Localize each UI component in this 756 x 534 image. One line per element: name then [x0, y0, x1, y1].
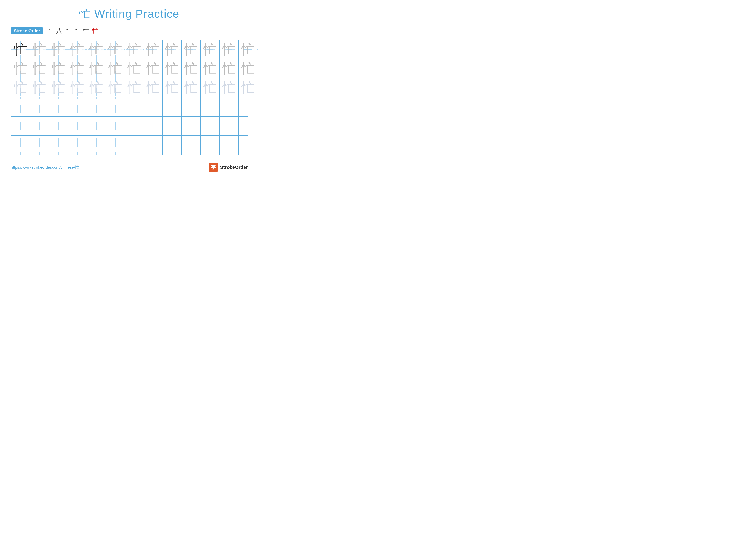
grid-cell-3-1[interactable]: 忙 [30, 97, 49, 116]
grid-cell-4-4[interactable]: 忙 [87, 116, 106, 136]
cell-char-1-7: 忙 [147, 62, 160, 75]
grid-cell-4-10[interactable]: 忙 [201, 116, 220, 136]
grid-cell-3-0[interactable]: 忙 [11, 97, 30, 116]
cell-char-0-11: 忙 [222, 43, 236, 56]
grid-cell-2-7[interactable]: 忙 [144, 78, 163, 97]
footer-url[interactable]: https://www.strokeorder.com/chinese/忙 [11, 165, 79, 170]
cell-char-1-5: 忙 [109, 62, 122, 75]
cell-char-0-7: 忙 [147, 43, 160, 56]
grid-cell-5-9[interactable]: 忙 [182, 136, 201, 155]
cell-char-3-3: 忙 [71, 100, 84, 114]
stroke-step-4: 忙 [83, 27, 89, 35]
grid-cell-1-4[interactable]: 忙 [87, 59, 106, 78]
grid-cell-3-8[interactable]: 忙 [163, 97, 182, 116]
cell-char-5-4: 忙 [90, 139, 103, 152]
grid-cell-1-8[interactable]: 忙 [163, 59, 182, 78]
grid-cell-4-2[interactable]: 忙 [49, 116, 68, 136]
grid-cell-0-12[interactable]: 忙 [239, 40, 257, 59]
grid-cell-5-2[interactable]: 忙 [49, 136, 68, 155]
grid-cell-4-12[interactable]: 忙 [239, 116, 257, 136]
grid-cell-2-3[interactable]: 忙 [68, 78, 87, 97]
grid-cell-4-7[interactable]: 忙 [144, 116, 163, 136]
grid-cell-4-8[interactable]: 忙 [163, 116, 182, 136]
grid-cell-1-3[interactable]: 忙 [68, 59, 87, 78]
grid-cell-5-0[interactable]: 忙 [11, 136, 30, 155]
grid-cell-1-12[interactable]: 忙 [239, 59, 257, 78]
grid-cell-4-6[interactable]: 忙 [125, 116, 144, 136]
grid-cell-5-12[interactable]: 忙 [239, 136, 257, 155]
grid-cell-3-12[interactable]: 忙 [239, 97, 257, 116]
grid-cell-1-7[interactable]: 忙 [144, 59, 163, 78]
grid-cell-0-7[interactable]: 忙 [144, 40, 163, 59]
grid-cell-5-1[interactable]: 忙 [30, 136, 49, 155]
grid-cell-5-10[interactable]: 忙 [201, 136, 220, 155]
grid-cell-3-7[interactable]: 忙 [144, 97, 163, 116]
grid-cell-1-11[interactable]: 忙 [220, 59, 239, 78]
grid-cell-2-0[interactable]: 忙 [11, 78, 30, 97]
grid-cell-1-5[interactable]: 忙 [106, 59, 125, 78]
grid-cell-5-6[interactable]: 忙 [125, 136, 144, 155]
grid-cell-2-1[interactable]: 忙 [30, 78, 49, 97]
grid-cell-2-12[interactable]: 忙 [239, 78, 257, 97]
grid-cell-0-2[interactable]: 忙 [49, 40, 68, 59]
cell-char-1-8: 忙 [166, 62, 179, 75]
cell-char-0-10: 忙 [203, 43, 217, 56]
grid-cell-4-5[interactable]: 忙 [106, 116, 125, 136]
grid-cell-0-4[interactable]: 忙 [87, 40, 106, 59]
cell-char-3-4: 忙 [90, 100, 103, 114]
cell-char-3-2: 忙 [52, 100, 65, 114]
grid-cell-0-0[interactable]: 忙 [11, 40, 30, 59]
grid-cell-5-4[interactable]: 忙 [87, 136, 106, 155]
grid-cell-0-11[interactable]: 忙 [220, 40, 239, 59]
cell-char-3-11: 忙 [222, 100, 236, 114]
grid-row-0: 忙忙忙忙忙忙忙忙忙忙忙忙忙 [11, 40, 248, 59]
grid-cell-4-11[interactable]: 忙 [220, 116, 239, 136]
grid-cell-0-5[interactable]: 忙 [106, 40, 125, 59]
grid-cell-0-9[interactable]: 忙 [182, 40, 201, 59]
grid-cell-5-5[interactable]: 忙 [106, 136, 125, 155]
grid-cell-2-11[interactable]: 忙 [220, 78, 239, 97]
cell-char-0-8: 忙 [166, 43, 179, 56]
grid-cell-4-9[interactable]: 忙 [182, 116, 201, 136]
grid-cell-4-0[interactable]: 忙 [11, 116, 30, 136]
grid-cell-2-4[interactable]: 忙 [87, 78, 106, 97]
grid-cell-0-6[interactable]: 忙 [125, 40, 144, 59]
grid-cell-0-10[interactable]: 忙 [201, 40, 220, 59]
grid-cell-3-2[interactable]: 忙 [49, 97, 68, 116]
footer-brand: 字 StrokeOrder [209, 163, 248, 172]
cell-char-4-0: 忙 [14, 119, 27, 133]
grid-cell-2-2[interactable]: 忙 [49, 78, 68, 97]
grid-cell-3-11[interactable]: 忙 [220, 97, 239, 116]
grid-cell-4-3[interactable]: 忙 [68, 116, 87, 136]
grid-cell-0-3[interactable]: 忙 [68, 40, 87, 59]
grid-cell-5-11[interactable]: 忙 [220, 136, 239, 155]
grid-cell-1-6[interactable]: 忙 [125, 59, 144, 78]
grid-cell-5-7[interactable]: 忙 [144, 136, 163, 155]
grid-cell-5-8[interactable]: 忙 [163, 136, 182, 155]
cell-char-5-2: 忙 [52, 139, 65, 152]
grid-cell-2-9[interactable]: 忙 [182, 78, 201, 97]
cell-char-1-4: 忙 [90, 62, 103, 75]
grid-cell-3-10[interactable]: 忙 [201, 97, 220, 116]
grid-cell-0-1[interactable]: 忙 [30, 40, 49, 59]
grid-cell-3-6[interactable]: 忙 [125, 97, 144, 116]
grid-cell-4-1[interactable]: 忙 [30, 116, 49, 136]
grid-cell-0-8[interactable]: 忙 [163, 40, 182, 59]
grid-cell-2-10[interactable]: 忙 [201, 78, 220, 97]
grid-cell-2-5[interactable]: 忙 [106, 78, 125, 97]
grid-cell-5-3[interactable]: 忙 [68, 136, 87, 155]
grid-cell-2-6[interactable]: 忙 [125, 78, 144, 97]
cell-char-2-9: 忙 [184, 81, 198, 94]
grid-cell-3-4[interactable]: 忙 [87, 97, 106, 116]
grid-cell-3-3[interactable]: 忙 [68, 97, 87, 116]
grid-cell-1-2[interactable]: 忙 [49, 59, 68, 78]
cell-char-0-4: 忙 [90, 43, 103, 56]
grid-cell-1-1[interactable]: 忙 [30, 59, 49, 78]
grid-cell-3-9[interactable]: 忙 [182, 97, 201, 116]
cell-char-2-0: 忙 [14, 81, 27, 94]
grid-cell-3-5[interactable]: 忙 [106, 97, 125, 116]
grid-cell-1-9[interactable]: 忙 [182, 59, 201, 78]
grid-cell-1-0[interactable]: 忙 [11, 59, 30, 78]
grid-cell-2-8[interactable]: 忙 [163, 78, 182, 97]
grid-cell-1-10[interactable]: 忙 [201, 59, 220, 78]
